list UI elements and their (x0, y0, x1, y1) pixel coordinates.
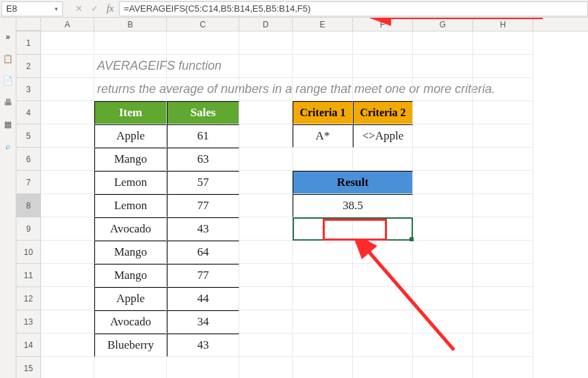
cell[interactable] (293, 148, 353, 171)
cell[interactable] (94, 31, 167, 55)
row-header[interactable]: 5 (16, 124, 41, 148)
cell[interactable] (239, 101, 293, 124)
cell[interactable] (473, 334, 533, 357)
result-cell[interactable]: 38.5 (293, 194, 413, 217)
table-cell-item[interactable]: Mango (94, 241, 167, 264)
table-cell-sales[interactable]: 63 (167, 148, 239, 171)
cell[interactable] (41, 264, 94, 287)
table-cell-item[interactable]: Mango (94, 148, 167, 171)
cell[interactable] (413, 357, 473, 378)
cell[interactable] (293, 31, 353, 55)
cell[interactable] (473, 55, 533, 78)
table-cell-item[interactable]: Apple (94, 124, 167, 148)
row-header[interactable]: 2 (16, 55, 41, 78)
cell[interactable] (353, 357, 413, 378)
table-cell-item[interactable]: Lemon (94, 194, 167, 217)
col-header[interactable]: A (41, 18, 94, 31)
row-header[interactable]: 8 (16, 194, 41, 217)
table-header-item[interactable]: Item (94, 101, 167, 124)
table-cell-sales[interactable]: 34 (167, 310, 239, 334)
cell[interactable] (353, 334, 413, 357)
cell[interactable] (413, 241, 473, 264)
cell[interactable] (353, 287, 413, 310)
print-icon[interactable]: 🖶 (3, 97, 14, 108)
cell[interactable] (413, 334, 473, 357)
cell[interactable] (473, 31, 533, 55)
cell[interactable] (293, 55, 353, 78)
cell[interactable] (239, 55, 293, 78)
table-cell-item[interactable]: Lemon (94, 171, 167, 194)
cell[interactable] (413, 55, 473, 78)
cell[interactable] (413, 31, 473, 55)
row-header[interactable]: 1 (16, 31, 41, 55)
cell[interactable] (41, 148, 94, 171)
cell[interactable] (41, 124, 94, 148)
cell[interactable] (413, 171, 473, 194)
table-cell-sales[interactable]: 77 (167, 264, 239, 287)
cell[interactable] (41, 241, 94, 264)
cell[interactable] (239, 310, 293, 334)
cell[interactable] (413, 217, 473, 241)
cell[interactable] (293, 217, 353, 241)
name-box[interactable]: E8 ▾ (1, 1, 63, 16)
table-cell-sales[interactable]: 44 (167, 287, 239, 310)
cell[interactable] (473, 217, 533, 241)
enter-icon[interactable]: ✓ (91, 3, 98, 14)
cell[interactable] (293, 287, 353, 310)
cell[interactable] (353, 78, 413, 101)
row-header[interactable]: 13 (16, 310, 41, 334)
cell[interactable] (41, 55, 94, 78)
table-cell-item[interactable]: Mango (94, 264, 167, 287)
cell[interactable] (239, 194, 293, 217)
table-cell-sales[interactable]: 64 (167, 241, 239, 264)
cell[interactable] (239, 78, 293, 101)
col-header[interactable]: F (353, 18, 413, 31)
paste-icon[interactable]: 📋 (3, 53, 14, 64)
cell[interactable] (353, 264, 413, 287)
cell[interactable] (41, 217, 94, 241)
row-header[interactable]: 14 (16, 334, 41, 357)
col-header[interactable]: G (413, 18, 473, 31)
chevron-down-icon[interactable]: ▾ (55, 5, 58, 12)
cell[interactable] (239, 357, 293, 378)
cell[interactable] (413, 310, 473, 334)
cell[interactable] (239, 264, 293, 287)
cell[interactable] (413, 194, 473, 217)
cell[interactable] (41, 171, 94, 194)
cell[interactable] (413, 78, 473, 101)
row-header[interactable]: 12 (16, 287, 41, 310)
cell[interactable] (353, 148, 413, 171)
cell[interactable] (473, 148, 533, 171)
cell[interactable] (413, 264, 473, 287)
table-icon[interactable]: ▦ (3, 119, 14, 130)
cell[interactable]: returns the average of numbers in a rang… (94, 78, 167, 101)
fx-icon[interactable]: fx (107, 3, 113, 14)
cell[interactable] (239, 124, 293, 148)
select-all-corner[interactable] (16, 18, 41, 31)
result-header[interactable]: Result (293, 171, 413, 194)
cell[interactable] (473, 171, 533, 194)
cell[interactable] (293, 264, 353, 287)
row-header[interactable]: 4 (16, 101, 41, 124)
table-header-sales[interactable]: Sales (167, 101, 239, 124)
cell[interactable] (41, 194, 94, 217)
cell[interactable] (239, 217, 293, 241)
cell[interactable] (353, 31, 413, 55)
cell[interactable] (473, 194, 533, 217)
col-header[interactable]: E (293, 18, 353, 31)
row-header[interactable]: 15 (16, 357, 41, 378)
cell[interactable] (293, 78, 353, 101)
col-header[interactable]: C (167, 18, 239, 31)
criteria-header-1[interactable]: Criteria 1 (293, 101, 353, 124)
table-cell-sales[interactable]: 77 (167, 194, 239, 217)
cell[interactable] (41, 31, 94, 55)
cell[interactable] (239, 148, 293, 171)
table-cell-sales[interactable]: 61 (167, 124, 239, 148)
spreadsheet-grid[interactable]: A B C D E F G H 1 (16, 18, 588, 378)
formula-input[interactable]: =AVERAGEIFS(C5:C14,B5:B14,E5,B5:B14,F5) (119, 1, 588, 16)
criteria-value-1[interactable]: A* (293, 124, 353, 148)
cell[interactable] (293, 357, 353, 378)
cell[interactable] (473, 78, 533, 101)
row-header[interactable]: 11 (16, 264, 41, 287)
cell[interactable] (293, 241, 353, 264)
